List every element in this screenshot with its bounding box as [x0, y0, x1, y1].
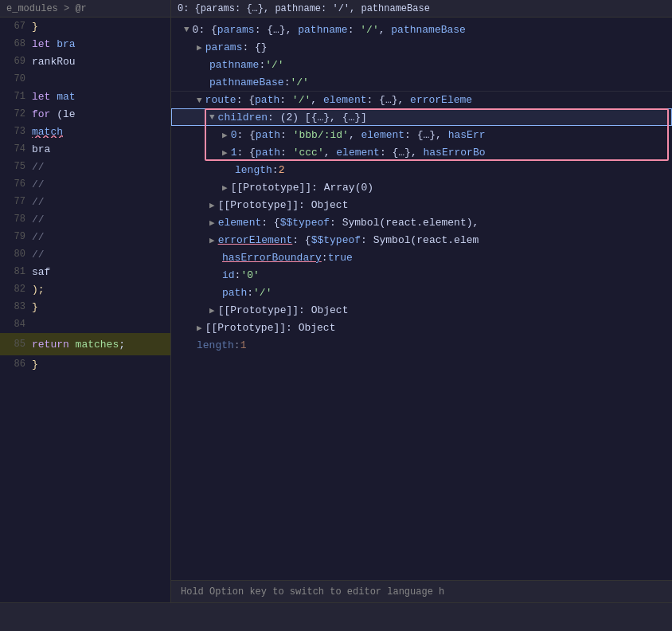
- main-container: e_modules > @r 67 } 68 let bra 69 rankRo…: [0, 0, 672, 631]
- code-line-85: 85 return matches;: [0, 333, 170, 355]
- expand-arrow-proto-inner: ▶: [209, 305, 215, 316]
- code-line-71: 71 let mat: [0, 88, 170, 105]
- code-line-69: 69 rankRou: [0, 53, 170, 70]
- code-line-77: 77 //: [0, 193, 170, 210]
- code-line-76: 76 //: [0, 175, 170, 193]
- tree-item-element[interactable]: ▶ element: {$$typeof: Symbol(react.eleme…: [171, 214, 672, 231]
- tree-item-child-0[interactable]: ▶ 0: {path: 'bbb/:id', element: {…}, has…: [171, 126, 672, 143]
- expand-arrow-proto-outer: ▶: [197, 323, 202, 333]
- red-box-container: ▼ children: (2) [{…}, {…}] ▶ 0: {path: '…: [171, 108, 672, 161]
- code-line-68: 68 let bra: [0, 35, 170, 53]
- devtools-tree: ▼ 0: {params: {…}, pathname: '/', pathna…: [171, 18, 672, 357]
- code-line-78: 78 //: [0, 210, 170, 228]
- code-line-80: 80 //: [0, 245, 170, 263]
- expand-arrow-0: ▼: [184, 25, 189, 34]
- expand-arrow-params: ▶: [197, 42, 202, 53]
- tree-item-pathnamebase: pathnameBase: '/': [171, 73, 672, 91]
- code-line-70: 70: [0, 70, 170, 88]
- expand-arrow-child-0: ▶: [222, 130, 228, 140]
- devtools-panel: 0: {params: {…}, pathname: '/', pathname…: [171, 0, 672, 631]
- code-line-75: 75 //: [0, 158, 170, 175]
- code-panel: e_modules > @r 67 } 68 let bra 69 rankRo…: [0, 0, 171, 631]
- status-bar: [0, 602, 672, 631]
- expand-arrow-route: ▼: [197, 96, 202, 105]
- code-line-84: 84: [0, 316, 170, 333]
- tree-item-0[interactable]: ▼ 0: {params: {…}, pathname: '/', pathna…: [171, 21, 672, 38]
- tree-item-route[interactable]: ▼ route: {path: '/', element: {…}, error…: [171, 91, 672, 108]
- code-line-72: 72 for (le: [0, 105, 170, 123]
- tree-item-haserror: hasErrorBoundary: true: [171, 249, 672, 266]
- tree-item-id: id: '0': [171, 266, 672, 284]
- status-hint: Hold Option key to switch to editor lang…: [171, 580, 672, 602]
- code-line-79: 79 //: [0, 228, 170, 245]
- code-line-82: 82 );: [0, 280, 170, 298]
- code-line-74: 74 bra: [0, 140, 170, 158]
- devtools-header: 0: {params: {…}, pathname: '/', pathname…: [171, 0, 672, 18]
- expand-arrow-errorelement: ▶: [209, 235, 215, 245]
- tree-item-child-1[interactable]: ▶ 1: {path: 'ccc', element: {…}, hasErro…: [171, 143, 672, 161]
- tree-item-pathname: pathname: '/': [171, 56, 672, 73]
- expand-arrow-proto-array: ▶: [222, 182, 228, 193]
- tree-item-proto-obj-inner[interactable]: ▶ [[Prototype]]: Object: [171, 301, 672, 319]
- expand-arrow-child-1: ▶: [222, 147, 228, 158]
- tree-item-params[interactable]: ▶ params: {}: [171, 38, 672, 56]
- breadcrumb: e_modules > @r: [0, 0, 170, 18]
- code-line-86: 86 }: [0, 355, 170, 373]
- expand-arrow-proto-route: ▶: [209, 200, 215, 210]
- tree-item-proto-obj-outer[interactable]: ▶ [[Prototype]]: Object: [171, 319, 672, 336]
- code-line-73: 73 match: [0, 123, 170, 140]
- selection-highlight: [171, 108, 672, 126]
- code-line-83: 83 }: [0, 298, 170, 316]
- tree-item-length-root: length: 1: [171, 336, 672, 354]
- code-line-67: 67 }: [0, 18, 170, 35]
- tree-item-errorelement[interactable]: ▶ errorElement: {$$typeof: Symbol(react.…: [171, 231, 672, 249]
- tree-item-proto-array[interactable]: ▶ [[Prototype]]: Array(0): [171, 178, 672, 196]
- code-line-81: 81 saf: [0, 263, 170, 280]
- expand-arrow-element: ▶: [209, 218, 215, 228]
- tree-item-length-children: length: 2: [171, 161, 672, 178]
- tree-item-proto-obj-route[interactable]: ▶ [[Prototype]]: Object: [171, 196, 672, 214]
- tree-item-path: path: '/': [171, 284, 672, 301]
